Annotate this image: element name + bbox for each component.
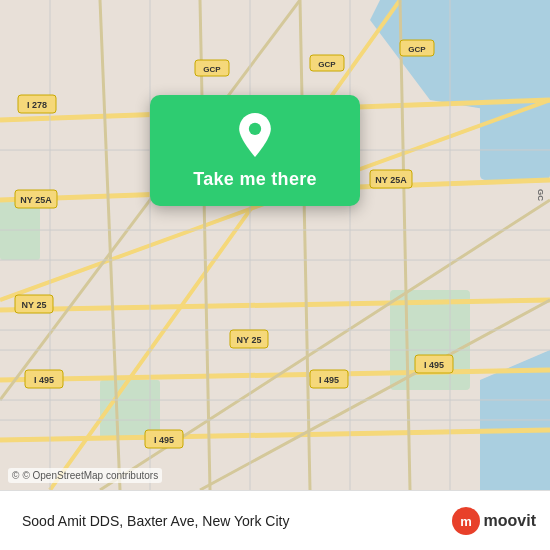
svg-text:I 495: I 495	[424, 360, 444, 370]
location-info-text: Sood Amit DDS, Baxter Ave, New York City	[22, 513, 452, 529]
svg-text:NY 25A: NY 25A	[375, 175, 407, 185]
copyright-symbol: ©	[12, 470, 19, 481]
map-background: I 278 GCP GCP GCP NY 25A NY 25A NY 25 NY…	[0, 0, 550, 490]
map-container: I 278 GCP GCP GCP NY 25A NY 25A NY 25 NY…	[0, 0, 550, 490]
svg-text:GCP: GCP	[408, 45, 426, 54]
svg-text:GCP: GCP	[318, 60, 336, 69]
svg-text:I 278: I 278	[27, 100, 47, 110]
attribution-text: © OpenStreetMap contributors	[22, 470, 158, 481]
svg-text:NY 25: NY 25	[237, 335, 262, 345]
svg-text:I 495: I 495	[34, 375, 54, 385]
svg-text:NY 25: NY 25	[22, 300, 47, 310]
svg-text:GC: GC	[536, 189, 545, 201]
moovit-brand-icon: m	[452, 507, 480, 535]
svg-text:m: m	[460, 514, 472, 529]
svg-text:I 495: I 495	[154, 435, 174, 445]
svg-text:NY 25A: NY 25A	[20, 195, 52, 205]
svg-text:GCP: GCP	[203, 65, 221, 74]
location-card[interactable]: Take me there	[150, 95, 360, 206]
moovit-logo: m moovit	[452, 507, 536, 535]
map-attribution: © © OpenStreetMap contributors	[8, 468, 162, 483]
svg-text:I 495: I 495	[319, 375, 339, 385]
location-pin-icon	[233, 113, 277, 157]
moovit-label: moovit	[484, 512, 536, 530]
take-me-there-button[interactable]: Take me there	[193, 169, 317, 190]
bottom-bar: Sood Amit DDS, Baxter Ave, New York City…	[0, 490, 550, 550]
svg-point-59	[249, 123, 261, 135]
